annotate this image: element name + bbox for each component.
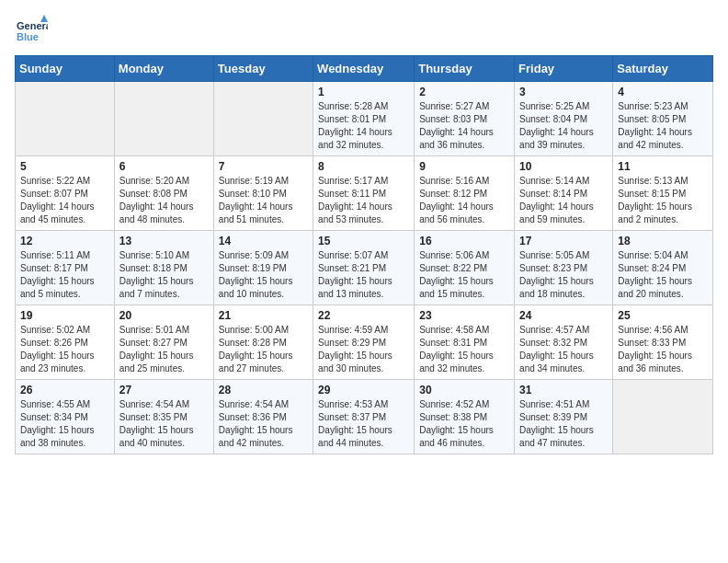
- day-content: Sunrise: 5:16 AM Sunset: 8:12 PM Dayligh…: [419, 175, 509, 226]
- day-content: Sunrise: 4:51 AM Sunset: 8:39 PM Dayligh…: [519, 398, 608, 450]
- day-number: 21: [219, 309, 308, 322]
- day-number: 8: [318, 160, 409, 173]
- calendar-cell: 20Sunrise: 5:01 AM Sunset: 8:27 PM Dayli…: [114, 305, 213, 380]
- calendar-cell: 9Sunrise: 5:16 AM Sunset: 8:12 PM Daylig…: [415, 156, 515, 231]
- day-number: 29: [318, 384, 409, 396]
- day-content: Sunrise: 5:27 AM Sunset: 8:03 PM Dayligh…: [419, 100, 509, 152]
- day-number: 17: [519, 235, 608, 247]
- day-number: 16: [419, 235, 509, 247]
- day-content: Sunrise: 5:17 AM Sunset: 8:11 PM Dayligh…: [318, 175, 409, 226]
- calendar-cell: 27Sunrise: 4:54 AM Sunset: 8:35 PM Dayli…: [114, 380, 213, 454]
- day-content: Sunrise: 5:25 AM Sunset: 8:04 PM Dayligh…: [519, 100, 608, 152]
- day-content: Sunrise: 5:28 AM Sunset: 8:01 PM Dayligh…: [318, 100, 409, 152]
- weekday-header-row: SundayMondayTuesdayWednesdayThursdayFrid…: [16, 56, 713, 82]
- day-number: 28: [219, 384, 308, 396]
- day-number: 3: [519, 86, 608, 98]
- svg-text:Blue: Blue: [17, 31, 39, 42]
- day-number: 19: [20, 309, 109, 322]
- day-content: Sunrise: 5:11 AM Sunset: 8:17 PM Dayligh…: [20, 249, 109, 301]
- day-number: 11: [618, 160, 708, 173]
- calendar-cell: 18Sunrise: 5:04 AM Sunset: 8:24 PM Dayli…: [613, 231, 713, 305]
- calendar-cell: [613, 380, 713, 454]
- calendar-cell: 21Sunrise: 5:00 AM Sunset: 8:28 PM Dayli…: [213, 305, 313, 380]
- calendar-cell: 16Sunrise: 5:06 AM Sunset: 8:22 PM Dayli…: [415, 231, 515, 305]
- header: General Blue: [15, 15, 713, 48]
- weekday-header-sunday: Sunday: [16, 56, 115, 82]
- calendar-week-2: 5Sunrise: 5:22 AM Sunset: 8:07 PM Daylig…: [16, 156, 713, 231]
- day-content: Sunrise: 5:00 AM Sunset: 8:28 PM Dayligh…: [219, 324, 308, 375]
- day-number: 6: [119, 160, 209, 173]
- day-content: Sunrise: 4:54 AM Sunset: 8:35 PM Dayligh…: [119, 398, 209, 450]
- day-content: Sunrise: 5:09 AM Sunset: 8:19 PM Dayligh…: [219, 249, 308, 301]
- day-content: Sunrise: 4:55 AM Sunset: 8:34 PM Dayligh…: [20, 398, 109, 450]
- weekday-header-monday: Monday: [114, 56, 213, 82]
- calendar-cell: 10Sunrise: 5:14 AM Sunset: 8:14 PM Dayli…: [515, 156, 613, 231]
- day-number: 20: [119, 309, 209, 322]
- day-number: 7: [219, 160, 308, 173]
- calendar-cell: 2Sunrise: 5:27 AM Sunset: 8:03 PM Daylig…: [415, 82, 515, 156]
- day-content: Sunrise: 5:20 AM Sunset: 8:08 PM Dayligh…: [119, 175, 209, 226]
- calendar-cell: 6Sunrise: 5:20 AM Sunset: 8:08 PM Daylig…: [114, 156, 213, 231]
- day-content: Sunrise: 5:10 AM Sunset: 8:18 PM Dayligh…: [119, 249, 209, 301]
- day-content: Sunrise: 5:01 AM Sunset: 8:27 PM Dayligh…: [119, 324, 209, 375]
- day-content: Sunrise: 4:54 AM Sunset: 8:36 PM Dayligh…: [219, 398, 308, 450]
- day-number: 13: [119, 235, 209, 247]
- day-content: Sunrise: 5:04 AM Sunset: 8:24 PM Dayligh…: [618, 249, 708, 301]
- calendar-week-4: 19Sunrise: 5:02 AM Sunset: 8:26 PM Dayli…: [16, 305, 713, 380]
- calendar-cell: [213, 82, 313, 156]
- weekday-header-friday: Friday: [515, 56, 613, 82]
- calendar-cell: 4Sunrise: 5:23 AM Sunset: 8:05 PM Daylig…: [613, 82, 713, 156]
- day-content: Sunrise: 5:14 AM Sunset: 8:14 PM Dayligh…: [519, 175, 608, 226]
- day-content: Sunrise: 4:59 AM Sunset: 8:29 PM Dayligh…: [318, 324, 409, 375]
- calendar-cell: 17Sunrise: 5:05 AM Sunset: 8:23 PM Dayli…: [515, 231, 613, 305]
- day-number: 12: [20, 235, 109, 247]
- calendar-cell: 30Sunrise: 4:52 AM Sunset: 8:38 PM Dayli…: [415, 380, 515, 454]
- day-content: Sunrise: 5:02 AM Sunset: 8:26 PM Dayligh…: [20, 324, 109, 375]
- calendar-cell: 26Sunrise: 4:55 AM Sunset: 8:34 PM Dayli…: [16, 380, 115, 454]
- calendar-week-3: 12Sunrise: 5:11 AM Sunset: 8:17 PM Dayli…: [16, 231, 713, 305]
- day-number: 4: [618, 86, 708, 98]
- day-content: Sunrise: 5:05 AM Sunset: 8:23 PM Dayligh…: [519, 249, 608, 301]
- calendar-cell: 14Sunrise: 5:09 AM Sunset: 8:19 PM Dayli…: [213, 231, 313, 305]
- weekday-header-tuesday: Tuesday: [213, 56, 313, 82]
- weekday-header-saturday: Saturday: [613, 56, 713, 82]
- calendar-cell: 7Sunrise: 5:19 AM Sunset: 8:10 PM Daylig…: [213, 156, 313, 231]
- day-number: 30: [419, 384, 509, 396]
- day-content: Sunrise: 4:58 AM Sunset: 8:31 PM Dayligh…: [419, 324, 509, 375]
- day-number: 15: [318, 235, 409, 247]
- day-content: Sunrise: 5:07 AM Sunset: 8:21 PM Dayligh…: [318, 249, 409, 301]
- calendar-cell: 5Sunrise: 5:22 AM Sunset: 8:07 PM Daylig…: [16, 156, 115, 231]
- calendar-cell: 25Sunrise: 4:56 AM Sunset: 8:33 PM Dayli…: [613, 305, 713, 380]
- day-number: 31: [519, 384, 608, 396]
- day-content: Sunrise: 5:06 AM Sunset: 8:22 PM Dayligh…: [419, 249, 509, 301]
- calendar-cell: [114, 82, 213, 156]
- calendar-cell: 3Sunrise: 5:25 AM Sunset: 8:04 PM Daylig…: [515, 82, 613, 156]
- calendar-cell: 29Sunrise: 4:53 AM Sunset: 8:37 PM Dayli…: [313, 380, 415, 454]
- day-number: 14: [219, 235, 308, 247]
- day-number: 5: [20, 160, 109, 173]
- calendar-cell: [16, 82, 115, 156]
- calendar-cell: 15Sunrise: 5:07 AM Sunset: 8:21 PM Dayli…: [313, 231, 415, 305]
- day-content: Sunrise: 5:22 AM Sunset: 8:07 PM Dayligh…: [20, 175, 109, 226]
- calendar-cell: 1Sunrise: 5:28 AM Sunset: 8:01 PM Daylig…: [313, 82, 415, 156]
- day-content: Sunrise: 4:57 AM Sunset: 8:32 PM Dayligh…: [519, 324, 608, 375]
- calendar-cell: 12Sunrise: 5:11 AM Sunset: 8:17 PM Dayli…: [16, 231, 115, 305]
- day-number: 25: [618, 309, 708, 322]
- day-number: 22: [318, 309, 409, 322]
- svg-marker-2: [40, 15, 48, 22]
- day-number: 2: [419, 86, 509, 98]
- calendar-cell: 22Sunrise: 4:59 AM Sunset: 8:29 PM Dayli…: [313, 305, 415, 380]
- day-number: 1: [318, 86, 409, 98]
- calendar-week-1: 1Sunrise: 5:28 AM Sunset: 8:01 PM Daylig…: [16, 82, 713, 156]
- weekday-header-wednesday: Wednesday: [313, 56, 415, 82]
- calendar-cell: 11Sunrise: 5:13 AM Sunset: 8:15 PM Dayli…: [613, 156, 713, 231]
- day-number: 26: [20, 384, 109, 396]
- calendar-cell: 8Sunrise: 5:17 AM Sunset: 8:11 PM Daylig…: [313, 156, 415, 231]
- day-content: Sunrise: 5:23 AM Sunset: 8:05 PM Dayligh…: [618, 100, 708, 152]
- calendar-cell: 24Sunrise: 4:57 AM Sunset: 8:32 PM Dayli…: [515, 305, 613, 380]
- day-number: 27: [119, 384, 209, 396]
- day-content: Sunrise: 5:13 AM Sunset: 8:15 PM Dayligh…: [618, 175, 708, 226]
- calendar-cell: 28Sunrise: 4:54 AM Sunset: 8:36 PM Dayli…: [213, 380, 313, 454]
- logo: General Blue: [15, 15, 48, 48]
- day-content: Sunrise: 5:19 AM Sunset: 8:10 PM Dayligh…: [219, 175, 308, 226]
